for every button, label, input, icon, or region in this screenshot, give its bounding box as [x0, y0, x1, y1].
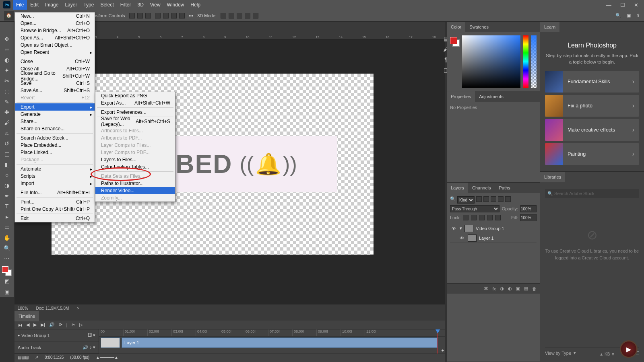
menu-item[interactable]: Import: [15, 180, 95, 187]
group-icon[interactable]: ▣: [516, 286, 520, 291]
mask-icon[interactable]: ◑: [500, 286, 504, 291]
learn-item[interactable]: Painting›: [545, 143, 639, 165]
align-left-icon[interactable]: [129, 13, 135, 19]
link-layers-icon[interactable]: ⌘: [484, 286, 488, 291]
3d-icon[interactable]: [245, 13, 250, 19]
3d-icon[interactable]: [229, 13, 234, 19]
menu-item[interactable]: SaveCtrl+S: [15, 80, 95, 87]
menu-item[interactable]: Save As...Shift+Ctrl+S: [15, 87, 95, 94]
color-swatches[interactable]: [2, 266, 12, 276]
layer-row[interactable]: 👁 ▾ Video Group 1: [450, 224, 537, 233]
quick-mask-icon[interactable]: ◩: [2, 276, 12, 286]
menu-item[interactable]: Place Embedded...: [15, 142, 95, 149]
menu-type[interactable]: Type: [80, 0, 97, 10]
blur-tool-icon[interactable]: ○: [2, 170, 12, 180]
visibility-icon[interactable]: 👁: [460, 236, 465, 241]
shape-tool-icon[interactable]: ▭: [2, 222, 12, 232]
transition-icon[interactable]: ▷: [79, 322, 83, 327]
type-tool-icon[interactable]: T: [2, 202, 12, 211]
path-select-icon[interactable]: ▸: [2, 212, 12, 222]
tab-color[interactable]: Color: [447, 22, 465, 32]
menu-layer[interactable]: Layer: [62, 0, 80, 10]
history-brush-icon[interactable]: ↺: [2, 139, 12, 148]
trash-icon[interactable]: 🗑: [532, 286, 537, 291]
home-button[interactable]: 🏠: [4, 11, 14, 21]
menu-help[interactable]: Help: [187, 0, 204, 10]
move-tool-icon[interactable]: ✥: [2, 34, 12, 44]
first-frame-icon[interactable]: ⏮: [18, 323, 22, 327]
edit-toolbar-icon[interactable]: ⋯: [2, 254, 12, 263]
hand-tool-icon[interactable]: ✋: [2, 233, 12, 243]
prev-frame-icon[interactable]: ◀: [26, 322, 29, 327]
zoom-slider[interactable]: ▲━━━━━━▲: [96, 355, 118, 360]
menu-item[interactable]: Scripts: [15, 173, 95, 180]
pen-tool-icon[interactable]: ✒: [2, 191, 12, 201]
stamp-tool-icon[interactable]: ⎌: [2, 128, 12, 138]
add-media-icon[interactable]: +: [442, 348, 444, 353]
tab-channels[interactable]: Channels: [468, 183, 495, 193]
menu-item[interactable]: Share...: [15, 118, 95, 125]
lasso-tool-icon[interactable]: ◐: [2, 55, 12, 65]
3d-icon[interactable]: [237, 13, 242, 19]
close-icon[interactable]: ✕: [634, 2, 638, 8]
menu-item[interactable]: Close and Go to Bridge...Shift+Ctrl+W: [15, 72, 95, 80]
eyedropper-tool-icon[interactable]: ✎: [2, 97, 12, 107]
view-by-type[interactable]: View by Type: [545, 351, 571, 356]
visibility-icon[interactable]: 👁: [452, 226, 457, 231]
workspace-icon[interactable]: ▣: [627, 13, 631, 18]
frame-tool-icon[interactable]: ▢: [2, 86, 12, 96]
timeline-clip[interactable]: Layer 1: [122, 337, 438, 348]
healing-tool-icon[interactable]: ✚: [2, 107, 12, 117]
menu-item[interactable]: Export Preferences...: [95, 109, 175, 116]
tab-swatches[interactable]: Swatches: [465, 22, 493, 32]
mute-icon[interactable]: 🔊: [49, 322, 55, 327]
screen-mode-icon[interactable]: ▣: [2, 287, 12, 296]
marquee-tool-icon[interactable]: ▭: [2, 45, 12, 54]
minimize-icon[interactable]: —: [606, 2, 611, 8]
menu-item[interactable]: Open as Smart Object...: [15, 41, 95, 49]
maximize-icon[interactable]: ☐: [620, 2, 625, 8]
learn-item[interactable]: Fix a photo›: [545, 95, 639, 117]
eraser-tool-icon[interactable]: ◫: [2, 149, 12, 159]
menu-item[interactable]: Export: [15, 103, 95, 111]
tab-adjustments[interactable]: Adjustments: [475, 91, 508, 102]
tab-paths[interactable]: Paths: [495, 183, 514, 193]
layer-filter-kind[interactable]: Kind: [457, 196, 475, 204]
align-right-icon[interactable]: [145, 13, 151, 19]
opacity-input[interactable]: [520, 205, 537, 212]
menu-item[interactable]: Place Linked...: [15, 149, 95, 156]
menu-item[interactable]: Color Lookup Tables...: [95, 163, 175, 171]
learn-item[interactable]: Make creative effects›: [545, 119, 639, 141]
adjustment-icon[interactable]: ◐: [508, 286, 512, 291]
menu-filter[interactable]: Filter: [117, 0, 134, 10]
menu-item[interactable]: Open...Ctrl+O: [15, 20, 95, 27]
3d-icon[interactable]: [253, 13, 258, 19]
loop-icon[interactable]: ⟳: [59, 322, 62, 327]
menu-item[interactable]: Open As...Alt+Shift+Ctrl+O: [15, 34, 95, 41]
menu-item[interactable]: Render Video...: [95, 187, 175, 194]
menu-item[interactable]: Print...Ctrl+P: [15, 198, 95, 206]
fill-input[interactable]: [520, 214, 537, 221]
share-icon[interactable]: ⇪: [636, 13, 640, 18]
menu-window[interactable]: Window: [164, 0, 188, 10]
render-settings-icon[interactable]: ▤▤▤: [18, 355, 29, 360]
split-icon[interactable]: ✂: [72, 322, 75, 327]
distribute-icon[interactable]: [179, 13, 185, 19]
menu-item[interactable]: Share on Behance...: [15, 125, 95, 132]
color-picker[interactable]: [450, 35, 537, 88]
menu-image[interactable]: Image: [42, 0, 62, 10]
tab-learn[interactable]: Learn: [540, 22, 559, 32]
menu-item[interactable]: Browse in Bridge...Alt+Ctrl+O: [15, 27, 95, 34]
quick-select-tool-icon[interactable]: ✦: [2, 66, 12, 75]
audio-track-header[interactable]: Audio Track 🔊 ♪ ▾: [14, 341, 99, 354]
menu-item[interactable]: Open Recent: [15, 49, 95, 56]
menu-item[interactable]: ExitCtrl+Q: [15, 215, 95, 222]
crop-tool-icon[interactable]: ✂: [2, 76, 12, 86]
play-icon[interactable]: ▶: [33, 322, 37, 327]
new-layer-icon[interactable]: ▤: [524, 286, 528, 291]
menu-file[interactable]: File: [13, 0, 27, 10]
distribute-icon[interactable]: [163, 13, 169, 19]
brush-tool-icon[interactable]: 🖌: [2, 118, 12, 128]
menu-item[interactable]: New...Ctrl+N: [15, 12, 95, 20]
fx-icon[interactable]: fx: [492, 286, 496, 291]
